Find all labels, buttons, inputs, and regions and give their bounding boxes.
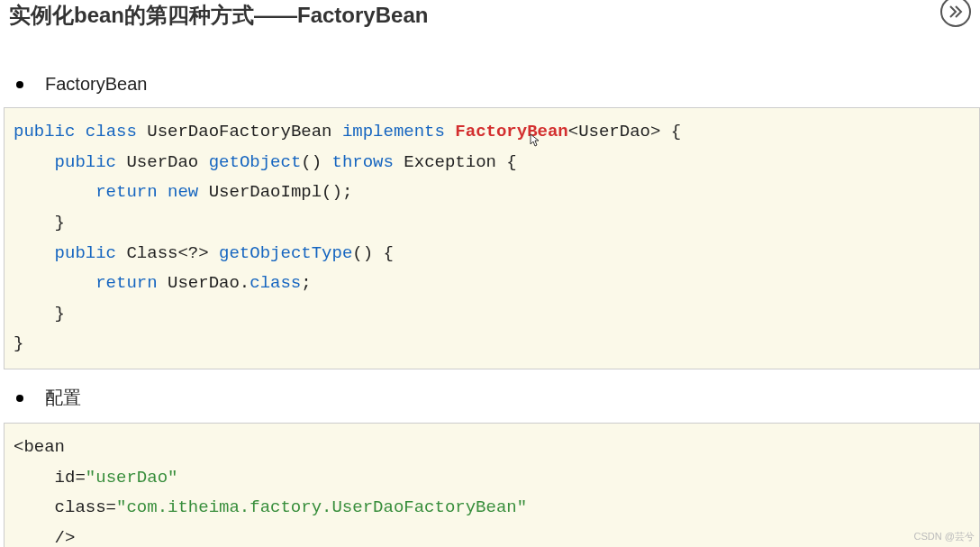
- tag-close: />: [14, 528, 75, 547]
- attr-id: id=: [14, 468, 86, 488]
- brace: }: [14, 213, 65, 232]
- bullet-dot-icon: [16, 81, 23, 88]
- method-getobject: getObject: [209, 152, 302, 172]
- ret-type: Class<?>: [126, 243, 208, 263]
- kw-return: return: [95, 182, 157, 202]
- kw-return: return: [95, 273, 157, 293]
- method-getobjecttype: getObjectType: [219, 243, 352, 263]
- attr-class: class=: [14, 497, 116, 517]
- bullet-dot-icon: [16, 395, 23, 402]
- attr-id-val: "userDao": [86, 468, 178, 488]
- ret-type: UserDao: [126, 152, 198, 172]
- exc-type: Exception {: [404, 152, 516, 172]
- bullet-text: FactoryBean: [45, 74, 147, 95]
- kw-throws: throws: [332, 152, 394, 172]
- attr-class-val: "com.itheima.factory.UserDaoFactoryBean": [116, 497, 527, 517]
- kw-new: new: [168, 182, 198, 202]
- code-block-java: public class UserDaoFactoryBean implemen…: [4, 107, 980, 369]
- kw-public: public: [55, 152, 116, 172]
- code-block-xml: <bean id="userDao" class="com.itheima.fa…: [4, 423, 980, 547]
- type-factorybean: FactoryBean: [455, 122, 567, 141]
- parens: () {: [352, 243, 394, 263]
- watermark: CSDN @芸兮: [914, 530, 975, 543]
- logo-icon: [940, 0, 971, 27]
- brace: }: [14, 333, 23, 353]
- generic: <UserDao> {: [568, 122, 681, 141]
- semi: ;: [301, 273, 311, 293]
- tag-open: <bean: [14, 437, 65, 457]
- parens: (): [301, 152, 322, 172]
- expr: UserDao.: [168, 273, 250, 293]
- ctor: UserDaoImpl();: [209, 182, 353, 202]
- content-area: FactoryBean public class UserDaoFactoryB…: [0, 31, 980, 547]
- bullet-text: 配置: [45, 386, 81, 410]
- class-name: UserDaoFactoryBean: [147, 122, 331, 141]
- bullet-config: 配置: [16, 386, 971, 410]
- page-title: 实例化bean的第四种方式——FactoryBean: [9, 1, 428, 30]
- kw-class-ref: class: [250, 273, 301, 293]
- kw-implements: implements: [342, 122, 445, 141]
- kw-class: class: [86, 122, 137, 141]
- kw-public: public: [14, 122, 75, 141]
- kw-public: public: [55, 243, 116, 263]
- brace: }: [14, 304, 65, 324]
- bullet-factorybean: FactoryBean: [16, 74, 971, 95]
